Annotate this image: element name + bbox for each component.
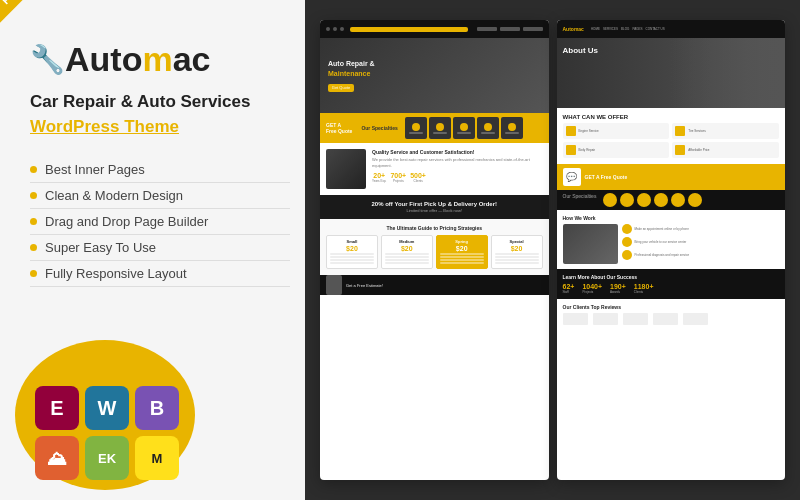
offer-icon-3 bbox=[566, 145, 576, 155]
our-specialties: Our Specialties bbox=[361, 125, 397, 131]
sc2-header: Automac HOME SERVICES BLOG PAGES CONTACT… bbox=[557, 20, 786, 38]
offer-grid: Engine Service Tire Services Body Repair… bbox=[563, 123, 780, 158]
specialty-3 bbox=[453, 117, 475, 139]
price-card-4: Special $20 bbox=[491, 235, 543, 269]
hero-cta[interactable]: Get Quote bbox=[328, 84, 354, 92]
sc1-pricing-section: The Ultimate Guide to Pricing Strategies… bbox=[320, 219, 549, 275]
step-3: Professional diagnosis and repair servic… bbox=[622, 250, 780, 260]
price-card-2: Medium $20 bbox=[381, 235, 433, 269]
offer-icon-4 bbox=[675, 145, 685, 155]
spec-dot-4 bbox=[654, 193, 668, 207]
spec-dot-6 bbox=[688, 193, 702, 207]
person-image bbox=[326, 275, 342, 295]
sc1-hero-subtitle: Maintenance bbox=[328, 69, 375, 79]
sc1-dark-banner: 20% off Your First Pick Up & Delivery Or… bbox=[320, 195, 549, 219]
step-icon-3 bbox=[622, 250, 632, 260]
offer-item-2: Tire Services bbox=[672, 123, 779, 139]
clients-title: Our Clients Top Reviews bbox=[563, 304, 780, 310]
list-item: Clean & Modern Design bbox=[30, 183, 290, 209]
logo-text: Automac bbox=[65, 40, 210, 79]
screenshots-container: Auto Repair & Maintenance Get Quote GET … bbox=[305, 0, 800, 500]
spec-dot-2 bbox=[620, 193, 634, 207]
price-card-1: Small $20 bbox=[326, 235, 378, 269]
offer-item-1: Engine Service bbox=[563, 123, 670, 139]
pricing-title: The Ultimate Guide to Pricing Strategies bbox=[326, 225, 543, 231]
spec-dot-5 bbox=[671, 193, 685, 207]
specialties-label: Our Specialties bbox=[563, 193, 597, 207]
specialty-4 bbox=[477, 117, 499, 139]
offer-icon-2 bbox=[675, 126, 685, 136]
counter-3: 190+ Awards bbox=[610, 283, 626, 294]
counter-1: 62+ Staff bbox=[563, 283, 575, 294]
offer-text-1: Engine Service bbox=[579, 129, 599, 133]
sc2-offer-section: WHAT CAN WE OFFER Engine Service Tire Se… bbox=[557, 108, 786, 164]
list-item: Drag and Drop Page Builder bbox=[30, 209, 290, 235]
offer-text-3: Body Repair bbox=[579, 148, 596, 152]
sc1-hero-title: Auto Repair & bbox=[328, 59, 375, 69]
banner-text: 20% off Your First Pick Up & Delivery Or… bbox=[326, 201, 543, 207]
step-text-1: Make an appointment online or by phone bbox=[635, 227, 689, 231]
client-logo-3 bbox=[623, 313, 648, 325]
plugin-icons: E W B ⛰ EK M bbox=[35, 386, 179, 480]
client-logo-4 bbox=[653, 313, 678, 325]
step-icon-1 bbox=[622, 224, 632, 234]
sc1-hero-text: Auto Repair & Maintenance Get Quote bbox=[328, 59, 375, 92]
spec-dot-3 bbox=[637, 193, 651, 207]
learn-title: Learn More About Our Success bbox=[563, 274, 780, 280]
sc1-footer: Get a Free Estimate! bbox=[320, 275, 549, 295]
logo-area: 🔧 Automac bbox=[30, 40, 290, 79]
sc1-header bbox=[320, 20, 549, 38]
specialty-5 bbox=[501, 117, 523, 139]
list-item: Fully Responsive Layout bbox=[30, 261, 290, 287]
how-image bbox=[563, 224, 618, 264]
wordpress-icon: W bbox=[85, 386, 129, 430]
client-logo-1 bbox=[563, 313, 588, 325]
bootstrap-icon: B bbox=[135, 386, 179, 430]
elementor-icon: E bbox=[35, 386, 79, 430]
quality-title: Quality Service and Customer Satisfactio… bbox=[372, 149, 543, 155]
specialty-1 bbox=[405, 117, 427, 139]
quality-desc: We provide the best auto repair services… bbox=[372, 157, 543, 169]
list-item: Best Inner Pages bbox=[30, 157, 290, 183]
offer-text-2: Tire Services bbox=[688, 129, 705, 133]
offer-title: WHAT CAN WE OFFER bbox=[563, 114, 780, 120]
pricing-cards: Small $20 Medium $20 Spring $20 bbox=[326, 235, 543, 269]
left-panel: 🔧 Automac Car Repair & Auto Services Wor… bbox=[0, 0, 310, 500]
step-icon-2 bbox=[622, 237, 632, 247]
offer-icon-1 bbox=[566, 126, 576, 136]
tagline-line1: Car Repair & Auto Services bbox=[30, 91, 290, 113]
sc1-hero: Auto Repair & Maintenance Get Quote bbox=[320, 38, 549, 113]
step-text-2: Bring your vehicle to our service center bbox=[635, 240, 687, 244]
sc2-learn-banner: Learn More About Our Success 62+ Staff 1… bbox=[557, 269, 786, 299]
offer-item-3: Body Repair bbox=[563, 142, 670, 158]
list-item: Super Easy To Use bbox=[30, 235, 290, 261]
footer-text: Get a Free Estimate! bbox=[346, 283, 383, 288]
spec-dot-1 bbox=[603, 193, 617, 207]
quote-icon: 💬 bbox=[563, 168, 581, 186]
sc1-yellow-bar: GET A Free Quote Our Specialties bbox=[320, 113, 549, 143]
tagline-line2: WordPress Theme bbox=[30, 117, 290, 137]
screenshot-2: Automac HOME SERVICES BLOG PAGES CONTACT… bbox=[557, 20, 786, 480]
phlox-icon: ⛰ bbox=[35, 436, 79, 480]
quality-image bbox=[326, 149, 366, 189]
icons-circle-area: E W B ⛰ EK M bbox=[15, 340, 215, 490]
sc2-counters: 62+ Staff 1040+ Projects 190+ Awards 118… bbox=[563, 283, 780, 294]
client-logos bbox=[563, 313, 780, 325]
sc2-nav: HOME SERVICES BLOG PAGES CONTACT US bbox=[591, 27, 665, 31]
mailchimp-icon: M bbox=[135, 436, 179, 480]
stat-1: 20+ Years Exp. bbox=[372, 172, 386, 183]
sc2-logo: Automac bbox=[563, 26, 584, 32]
quote-text: GET A Free Quote bbox=[585, 174, 628, 180]
sc2-quote-banner: 💬 GET A Free Quote bbox=[557, 164, 786, 190]
about-title: About Us bbox=[563, 46, 599, 55]
sc1-specialties bbox=[405, 117, 523, 139]
quality-text: Quality Service and Customer Satisfactio… bbox=[372, 149, 543, 189]
step-text-3: Professional diagnosis and repair servic… bbox=[635, 253, 690, 257]
price-card-3: Spring $20 bbox=[436, 235, 488, 269]
sc2-how-section: How We Work Make an appointment online o… bbox=[557, 210, 786, 269]
specialty-2 bbox=[429, 117, 451, 139]
stat-3: 500+ Clients bbox=[410, 172, 426, 183]
stat-2: 700+ Projects bbox=[390, 172, 406, 183]
sc2-hero-text: About Us bbox=[563, 46, 599, 55]
step-1: Make an appointment online or by phone bbox=[622, 224, 780, 234]
